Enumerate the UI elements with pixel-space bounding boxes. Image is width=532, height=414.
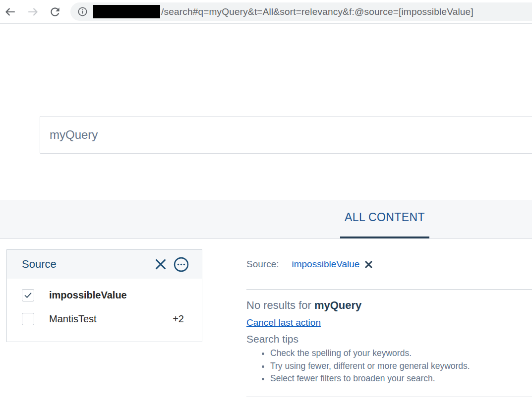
tab-active-underline	[340, 237, 429, 238]
tab-label: ALL CONTENT	[345, 211, 425, 227]
facet-clear-button[interactable]	[154, 258, 167, 271]
no-results-message: No results for myQuery	[246, 299, 361, 312]
facet-more-count: +2	[173, 313, 184, 325]
reload-icon	[49, 5, 61, 18]
facet-more-button[interactable]	[174, 257, 189, 272]
search-tip: Check the spelling of your keywords.	[270, 347, 470, 360]
breadcrumb-field: Source:	[246, 259, 279, 270]
breadcrumb-value-link[interactable]: impossibleValue	[292, 259, 359, 270]
facet-value-label: MantisTest	[49, 313, 97, 325]
browser-window: /search#q=myQuery&t=All&sort=relevancy&f…	[0, 0, 532, 414]
facet-source: Source	[6, 249, 202, 342]
forward-arrow-icon	[26, 5, 40, 19]
breadcrumb: Source: impossibleValue	[246, 259, 372, 270]
url-redaction	[93, 5, 160, 18]
facet-value-impossiblevalue[interactable]: impossibleValue	[22, 289, 184, 301]
facet-title: Source	[22, 258, 154, 271]
x-icon	[365, 261, 372, 268]
search-tip: Select fewer filters to broaden your sea…	[270, 372, 470, 385]
checkmark-icon	[23, 291, 33, 300]
checkbox-unchecked[interactable]	[22, 313, 34, 325]
divider	[246, 397, 532, 397]
tab-bar: ALL CONTENT	[0, 200, 532, 238]
cancel-last-action-link[interactable]: Cancel last action	[246, 317, 321, 328]
page-info-icon[interactable]	[77, 6, 88, 17]
x-icon	[154, 258, 167, 271]
search-input[interactable]	[40, 117, 532, 153]
checkbox-checked[interactable]	[22, 289, 34, 301]
back-arrow-icon	[3, 5, 17, 19]
reload-button[interactable]	[48, 4, 62, 19]
url-text: /search#q=myQuery&t=All&sort=relevancy&f…	[161, 6, 473, 17]
no-results-prefix: No results for	[246, 299, 314, 311]
forward-button[interactable]	[26, 4, 41, 19]
divider	[246, 289, 532, 290]
breadcrumb-clear-button[interactable]	[364, 260, 372, 268]
address-bar[interactable]: /search#q=myQuery&t=All&sort=relevancy&f…	[70, 2, 532, 21]
tab-all-content[interactable]: ALL CONTENT	[340, 200, 429, 238]
back-button[interactable]	[2, 4, 17, 19]
search-tip: Try using fewer, different or more gener…	[270, 360, 470, 373]
facet-value-label: impossibleValue	[49, 290, 127, 301]
no-results-query: myQuery	[314, 299, 361, 311]
facet-values: impossibleValue MantisTest +2	[7, 279, 202, 325]
ellipsis-circle-icon	[174, 257, 189, 272]
browser-toolbar: /search#q=myQuery&t=All&sort=relevancy&f…	[0, 0, 532, 24]
facet-value-mantistest[interactable]: MantisTest +2	[22, 313, 184, 325]
facet-header: Source	[7, 250, 202, 279]
search-tips-title: Search tips	[246, 333, 298, 345]
search-box	[40, 116, 532, 154]
search-tips-list: Check the spelling of your keywords. Try…	[246, 347, 470, 385]
